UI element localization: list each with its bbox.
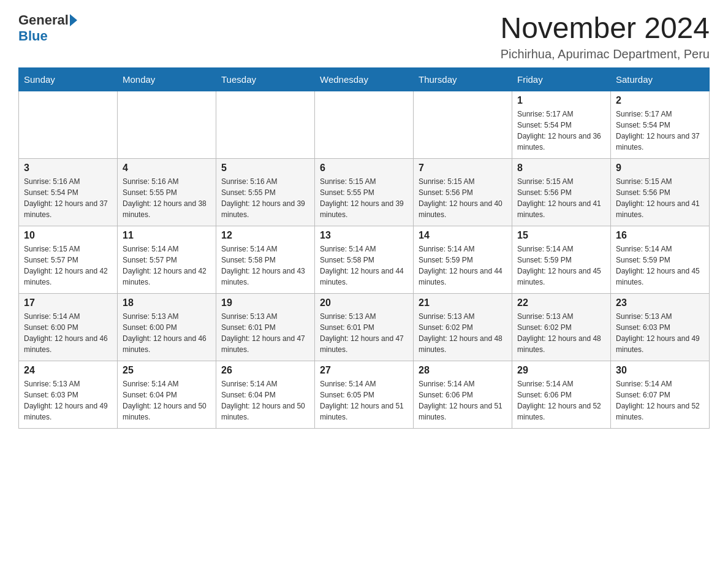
day-info: Sunrise: 5:17 AMSunset: 5:54 PMDaylight:…: [517, 109, 605, 153]
calendar-cell: 27Sunrise: 5:14 AMSunset: 6:05 PMDayligh…: [315, 361, 414, 428]
calendar-cell: 5Sunrise: 5:16 AMSunset: 5:55 PMDaylight…: [216, 158, 315, 226]
day-number: 29: [517, 365, 605, 376]
calendar-cell: 7Sunrise: 5:15 AMSunset: 5:56 PMDaylight…: [414, 158, 512, 226]
calendar-cell: 28Sunrise: 5:14 AMSunset: 6:06 PMDayligh…: [414, 361, 512, 428]
day-number: 9: [616, 163, 704, 174]
calendar-week-row: 10Sunrise: 5:15 AMSunset: 5:57 PMDayligh…: [19, 226, 710, 293]
day-info: Sunrise: 5:13 AMSunset: 6:01 PMDaylight:…: [221, 311, 309, 355]
day-info: Sunrise: 5:13 AMSunset: 6:02 PMDaylight:…: [517, 311, 605, 355]
calendar-cell: 14Sunrise: 5:14 AMSunset: 5:59 PMDayligh…: [414, 226, 512, 293]
day-number: 16: [616, 230, 704, 241]
day-number: 2: [616, 95, 704, 106]
day-info: Sunrise: 5:15 AMSunset: 5:57 PMDaylight:…: [24, 243, 112, 288]
day-info: Sunrise: 5:13 AMSunset: 6:03 PMDaylight:…: [616, 311, 704, 355]
calendar-cell: 18Sunrise: 5:13 AMSunset: 6:00 PMDayligh…: [118, 293, 216, 361]
logo-blue: Blue: [18, 28, 48, 44]
day-info: Sunrise: 5:14 AMSunset: 6:04 PMDaylight:…: [221, 378, 309, 423]
day-number: 20: [320, 297, 408, 308]
page-header: General Blue November 2024 Pichirhua, Ap…: [18, 12, 710, 61]
day-number: 21: [419, 297, 507, 308]
day-info: Sunrise: 5:14 AMSunset: 6:05 PMDaylight:…: [320, 378, 408, 423]
day-number: 24: [24, 365, 112, 376]
title-block: November 2024 Pichirhua, Apurimac Depart…: [500, 12, 710, 61]
calendar-cell: 8Sunrise: 5:15 AMSunset: 5:56 PMDaylight…: [512, 158, 611, 226]
calendar-week-row: 1Sunrise: 5:17 AMSunset: 5:54 PMDaylight…: [19, 91, 710, 158]
day-info: Sunrise: 5:16 AMSunset: 5:54 PMDaylight:…: [24, 176, 112, 220]
calendar-cell: 13Sunrise: 5:14 AMSunset: 5:58 PMDayligh…: [315, 226, 414, 293]
calendar-table: SundayMondayTuesdayWednesdayThursdayFrid…: [18, 67, 710, 429]
day-info: Sunrise: 5:13 AMSunset: 6:03 PMDaylight:…: [24, 378, 112, 423]
day-info: Sunrise: 5:14 AMSunset: 5:59 PMDaylight:…: [616, 243, 704, 288]
calendar-cell: [118, 91, 216, 158]
day-info: Sunrise: 5:14 AMSunset: 5:57 PMDaylight:…: [123, 243, 211, 288]
calendar-cell: 17Sunrise: 5:14 AMSunset: 6:00 PMDayligh…: [19, 293, 118, 361]
calendar-cell: 22Sunrise: 5:13 AMSunset: 6:02 PMDayligh…: [512, 293, 611, 361]
day-info: Sunrise: 5:14 AMSunset: 6:04 PMDaylight:…: [123, 378, 211, 423]
calendar-cell: 15Sunrise: 5:14 AMSunset: 5:59 PMDayligh…: [512, 226, 611, 293]
weekday-header-friday: Friday: [512, 67, 611, 91]
day-info: Sunrise: 5:14 AMSunset: 6:06 PMDaylight:…: [419, 378, 507, 423]
calendar-week-row: 24Sunrise: 5:13 AMSunset: 6:03 PMDayligh…: [19, 361, 710, 428]
calendar-cell: [216, 91, 315, 158]
calendar-cell: 10Sunrise: 5:15 AMSunset: 5:57 PMDayligh…: [19, 226, 118, 293]
weekday-header-saturday: Saturday: [611, 67, 710, 91]
calendar-cell: 24Sunrise: 5:13 AMSunset: 6:03 PMDayligh…: [19, 361, 118, 428]
day-info: Sunrise: 5:14 AMSunset: 6:06 PMDaylight:…: [517, 378, 605, 423]
logo-general: General: [18, 12, 69, 28]
day-number: 18: [123, 297, 211, 308]
day-number: 1: [517, 95, 605, 106]
calendar-cell: 16Sunrise: 5:14 AMSunset: 5:59 PMDayligh…: [611, 226, 710, 293]
day-info: Sunrise: 5:16 AMSunset: 5:55 PMDaylight:…: [221, 176, 309, 220]
day-info: Sunrise: 5:15 AMSunset: 5:56 PMDaylight:…: [419, 176, 507, 220]
day-info: Sunrise: 5:13 AMSunset: 6:00 PMDaylight:…: [123, 311, 211, 355]
day-number: 25: [123, 365, 211, 376]
day-number: 27: [320, 365, 408, 376]
calendar-cell: 25Sunrise: 5:14 AMSunset: 6:04 PMDayligh…: [118, 361, 216, 428]
day-number: 7: [419, 163, 507, 174]
logo: General Blue: [18, 12, 77, 44]
weekday-header-monday: Monday: [118, 67, 216, 91]
day-info: Sunrise: 5:14 AMSunset: 5:58 PMDaylight:…: [320, 243, 408, 288]
day-info: Sunrise: 5:14 AMSunset: 5:59 PMDaylight:…: [517, 243, 605, 288]
day-number: 15: [517, 230, 605, 241]
day-number: 14: [419, 230, 507, 241]
calendar-cell: 1Sunrise: 5:17 AMSunset: 5:54 PMDaylight…: [512, 91, 611, 158]
day-info: Sunrise: 5:16 AMSunset: 5:55 PMDaylight:…: [123, 176, 211, 220]
calendar-cell: [19, 91, 118, 158]
day-number: 6: [320, 163, 408, 174]
calendar-cell: 9Sunrise: 5:15 AMSunset: 5:56 PMDaylight…: [611, 158, 710, 226]
day-info: Sunrise: 5:14 AMSunset: 5:59 PMDaylight:…: [419, 243, 507, 288]
day-number: 23: [616, 297, 704, 308]
day-number: 4: [123, 163, 211, 174]
day-number: 12: [221, 230, 309, 241]
calendar-cell: 30Sunrise: 5:14 AMSunset: 6:07 PMDayligh…: [611, 361, 710, 428]
calendar-cell: [315, 91, 414, 158]
day-info: Sunrise: 5:15 AMSunset: 5:56 PMDaylight:…: [616, 176, 704, 220]
calendar-cell: 26Sunrise: 5:14 AMSunset: 6:04 PMDayligh…: [216, 361, 315, 428]
calendar-cell: 29Sunrise: 5:14 AMSunset: 6:06 PMDayligh…: [512, 361, 611, 428]
day-number: 11: [123, 230, 211, 241]
weekday-header-sunday: Sunday: [19, 67, 118, 91]
month-title: November 2024: [500, 12, 710, 45]
day-number: 26: [221, 365, 309, 376]
calendar-week-row: 17Sunrise: 5:14 AMSunset: 6:00 PMDayligh…: [19, 293, 710, 361]
calendar-cell: 12Sunrise: 5:14 AMSunset: 5:58 PMDayligh…: [216, 226, 315, 293]
calendar-week-row: 3Sunrise: 5:16 AMSunset: 5:54 PMDaylight…: [19, 158, 710, 226]
day-number: 10: [24, 230, 112, 241]
calendar-cell: 19Sunrise: 5:13 AMSunset: 6:01 PMDayligh…: [216, 293, 315, 361]
day-number: 3: [24, 163, 112, 174]
day-info: Sunrise: 5:13 AMSunset: 6:02 PMDaylight:…: [419, 311, 507, 355]
calendar-cell: [414, 91, 512, 158]
day-number: 22: [517, 297, 605, 308]
calendar-cell: 2Sunrise: 5:17 AMSunset: 5:54 PMDaylight…: [611, 91, 710, 158]
location-subtitle: Pichirhua, Apurimac Department, Peru: [500, 47, 710, 61]
day-info: Sunrise: 5:17 AMSunset: 5:54 PMDaylight:…: [616, 109, 704, 153]
day-number: 30: [616, 365, 704, 376]
calendar-cell: 20Sunrise: 5:13 AMSunset: 6:01 PMDayligh…: [315, 293, 414, 361]
day-number: 17: [24, 297, 112, 308]
calendar-cell: 23Sunrise: 5:13 AMSunset: 6:03 PMDayligh…: [611, 293, 710, 361]
day-info: Sunrise: 5:13 AMSunset: 6:01 PMDaylight:…: [320, 311, 408, 355]
day-info: Sunrise: 5:15 AMSunset: 5:55 PMDaylight:…: [320, 176, 408, 220]
day-info: Sunrise: 5:14 AMSunset: 6:00 PMDaylight:…: [24, 311, 112, 355]
weekday-header-tuesday: Tuesday: [216, 67, 315, 91]
